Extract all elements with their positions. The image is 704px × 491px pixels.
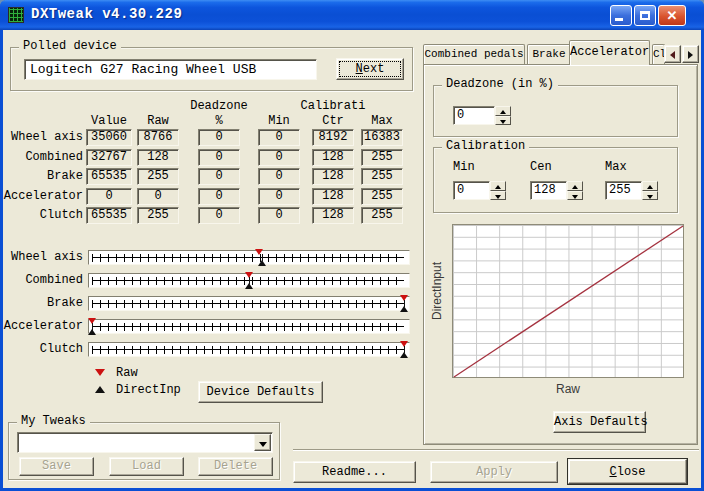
- directinput-legend-icon: [95, 386, 105, 393]
- spin-down-icon: [647, 195, 653, 199]
- calibration-max-input[interactable]: 255: [605, 181, 642, 200]
- minimize-icon: [615, 18, 623, 21]
- cell-max: 255: [361, 188, 403, 205]
- directinput-marker: [88, 329, 96, 335]
- deadzone-spinner[interactable]: [495, 106, 511, 125]
- cell-raw: 128: [137, 149, 179, 166]
- row-label-accelerator: Accelerator: [3, 188, 83, 205]
- apply-button[interactable]: Apply: [430, 461, 558, 483]
- row-label-brake: Brake: [3, 168, 83, 185]
- y-axis-label: DirectInput: [430, 280, 444, 320]
- save-button[interactable]: Save: [19, 457, 94, 476]
- cell-max: 16383: [361, 129, 403, 146]
- slider-accelerator[interactable]: [88, 319, 410, 334]
- slider-track: [92, 346, 404, 354]
- arrow-left-icon: [670, 51, 675, 59]
- deadzone-group: Deadzone (in %) 0: [433, 85, 678, 137]
- close-button[interactable]: Close: [568, 459, 687, 484]
- spin-up-icon: [647, 185, 653, 189]
- cell-min: 0: [258, 188, 300, 205]
- combo-dropdown-button[interactable]: [254, 434, 271, 451]
- delete-button[interactable]: Delete: [198, 457, 273, 476]
- cell-ctr: 128: [312, 188, 354, 205]
- tab-combined-pedals[interactable]: Combined pedals: [423, 44, 525, 64]
- axis-defaults-button[interactable]: Axis Defaults: [553, 411, 646, 433]
- calibration-group: Calibration Min Cen Max 0 128 255: [433, 147, 678, 213]
- spin-up-icon: [572, 185, 578, 189]
- raw-legend-label: Raw: [116, 366, 138, 380]
- spin-down-button[interactable]: [642, 191, 658, 201]
- calibration-max-spinner[interactable]: [642, 181, 658, 200]
- spin-up-button[interactable]: [495, 106, 511, 116]
- cell-deadzone: 0: [198, 129, 240, 146]
- arrow-right-icon: [688, 51, 693, 59]
- calibration-curve-chart: [452, 224, 684, 378]
- row-label-wheel-axis: Wheel axis: [3, 129, 83, 146]
- deadzone-group-label: Deadzone (in %): [442, 77, 558, 91]
- readme-button[interactable]: Readme...: [293, 461, 416, 483]
- deadzone-column-group-header: Deadzone: [190, 99, 248, 113]
- maximize-button[interactable]: [634, 5, 656, 26]
- spin-up-button[interactable]: [490, 181, 506, 191]
- spin-up-button[interactable]: [642, 181, 658, 191]
- directinput-marker: [400, 352, 408, 358]
- tweaks-combobox[interactable]: [17, 432, 273, 453]
- calibration-group-label: Calibration: [442, 139, 529, 153]
- tab-accelerator[interactable]: Accelerator: [569, 40, 650, 65]
- directinput-marker: [258, 260, 266, 266]
- cell-value: 32767: [86, 149, 132, 166]
- spin-up-icon: [500, 110, 506, 114]
- tab-scroll-left-button[interactable]: [664, 45, 681, 63]
- calibration-min-spinner[interactable]: [490, 181, 506, 200]
- column-header-value: Value: [91, 114, 127, 128]
- cell-raw: 255: [137, 207, 179, 224]
- cell-min: 0: [258, 149, 300, 166]
- spin-down-icon: [500, 120, 506, 124]
- tab-scroll-right-button[interactable]: [682, 45, 699, 63]
- load-button[interactable]: Load: [109, 457, 184, 476]
- slider-combined[interactable]: [88, 273, 410, 288]
- next-device-button[interactable]: Next: [336, 58, 404, 80]
- spin-down-icon: [572, 195, 578, 199]
- spin-down-button[interactable]: [495, 116, 511, 126]
- slider-brake[interactable]: [88, 296, 410, 311]
- cell-max: 255: [361, 149, 403, 166]
- spin-up-icon: [495, 185, 501, 189]
- cell-value: 35060: [86, 129, 132, 146]
- cell-ctr: 128: [312, 149, 354, 166]
- cell-ctr: 128: [312, 207, 354, 224]
- calibration-column-group-header: Calibrati: [301, 99, 366, 113]
- calibration-min-input[interactable]: 0: [453, 181, 490, 200]
- my-tweaks-group-label: My Tweaks: [17, 414, 90, 428]
- spin-up-button[interactable]: [567, 181, 583, 191]
- cell-raw: 8766: [137, 129, 179, 146]
- cell-raw: 255: [137, 168, 179, 185]
- slider-label-accelerator: Accelerator: [3, 318, 83, 335]
- window-title: DXTweak v4.30.229: [31, 6, 182, 22]
- chevron-down-icon: [259, 442, 267, 447]
- close-window-button[interactable]: ✕: [658, 5, 686, 26]
- slider-track: [92, 254, 404, 262]
- title-bar[interactable]: DXTweak v4.30.229 ✕: [0, 0, 704, 30]
- slider-track: [92, 323, 404, 331]
- tab-brake[interactable]: Brake: [527, 44, 571, 64]
- max-label: Max: [605, 160, 627, 174]
- device-defaults-button[interactable]: Device Defaults: [198, 381, 323, 403]
- calibration-cen-input[interactable]: 128: [530, 181, 567, 200]
- min-label: Min: [453, 160, 475, 174]
- minimize-button[interactable]: [610, 5, 632, 26]
- spin-down-button[interactable]: [567, 191, 583, 201]
- slider-wheel-axis[interactable]: [88, 250, 410, 265]
- slider-label-combined: Combined: [3, 272, 83, 289]
- cell-deadzone: 0: [198, 168, 240, 185]
- cell-value: 65535: [86, 207, 132, 224]
- slider-clutch[interactable]: [88, 342, 410, 357]
- window-controls: ✕: [610, 5, 686, 26]
- column-header-max: Max: [371, 114, 393, 128]
- polled-device-field[interactable]: Logitech G27 Racing Wheel USB: [24, 59, 317, 80]
- close-icon: ✕: [659, 8, 685, 23]
- calibration-cen-spinner[interactable]: [567, 181, 583, 200]
- deadzone-input[interactable]: 0: [453, 106, 495, 125]
- polled-device-group: Polled device Logitech G27 Racing Wheel …: [10, 47, 413, 91]
- spin-down-button[interactable]: [490, 191, 506, 201]
